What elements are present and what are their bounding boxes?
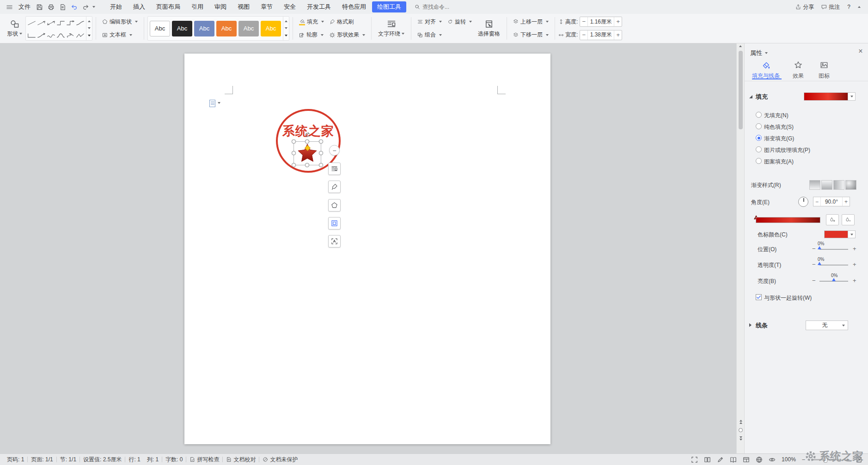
group-button[interactable]: 组合: [415, 29, 445, 41]
status-page-count[interactable]: 页面: 1/1: [28, 456, 56, 464]
tab-review[interactable]: 审阅: [209, 1, 232, 12]
curve-s[interactable]: [47, 33, 55, 38]
next-page-button[interactable]: [740, 436, 742, 441]
selection-handle-s[interactable]: [305, 163, 309, 167]
fill-preview-swatch[interactable]: [804, 92, 848, 101]
tab-home[interactable]: 开始: [105, 1, 127, 12]
gallery-scroll-down-icon[interactable]: [88, 27, 91, 29]
edit-shape-button[interactable]: 编辑形状: [99, 16, 141, 28]
eye-protect-icon[interactable]: [769, 456, 776, 463]
height-decrease-button[interactable]: −: [580, 17, 587, 26]
elbow-connector-2[interactable]: [27, 33, 36, 38]
document-proofread-button[interactable]: 文档校对: [223, 456, 259, 464]
undo-button[interactable]: [68, 1, 80, 12]
section-expand-icon[interactable]: [749, 95, 752, 98]
width-decrease-button[interactable]: −: [580, 30, 587, 40]
status-page-number[interactable]: 页码: 1: [4, 456, 27, 464]
transparency-increase-button[interactable]: +: [853, 261, 856, 268]
no-fill-label[interactable]: 无填充(N): [764, 112, 789, 120]
section-collapse-icon[interactable]: [749, 323, 752, 327]
gradient-style-1-button[interactable]: [809, 180, 820, 190]
scrollbar-thumb[interactable]: [739, 51, 743, 129]
tab-insert[interactable]: 插入: [128, 1, 150, 12]
status-row[interactable]: 行: 1: [125, 456, 143, 464]
selection-handle-e[interactable]: [319, 151, 323, 155]
rotate-handle-icon[interactable]: [304, 132, 311, 138]
height-input[interactable]: [587, 17, 614, 26]
line-style-double-arrow[interactable]: [47, 20, 55, 26]
quick-style-button[interactable]: [328, 181, 341, 193]
selection-pane-button[interactable]: 选择窗格: [475, 15, 503, 42]
text-wrap-button[interactable]: 文字环绕: [375, 15, 408, 42]
gradient-style-4-button[interactable]: [845, 180, 856, 190]
shape-style-preset-3[interactable]: Abc: [194, 21, 214, 36]
gallery-scroll-down-icon[interactable]: [285, 27, 287, 29]
pen-mode-icon[interactable]: [717, 456, 724, 463]
shape-style-preset-5[interactable]: Abc: [238, 21, 259, 36]
status-word-count[interactable]: 字数: 0: [162, 456, 186, 464]
scribble[interactable]: [66, 33, 75, 38]
search-input[interactable]: [422, 4, 478, 10]
text-box-button[interactable]: 文本框: [99, 29, 141, 41]
brightness-increase-button[interactable]: +: [853, 277, 856, 284]
selection-handle-sw[interactable]: [292, 163, 296, 167]
shape-style-preset-6[interactable]: Abc: [261, 21, 281, 36]
bring-forward-button[interactable]: 上移一层: [510, 16, 551, 28]
print-button[interactable]: [45, 1, 57, 12]
shape-style-preset-4[interactable]: Abc: [216, 21, 237, 36]
picture-texture-fill-label[interactable]: 图片或纹理填充(P): [764, 146, 810, 154]
radio-no-fill[interactable]: [756, 112, 762, 118]
document-page[interactable]: 系统之家 −: [184, 54, 550, 444]
solid-fill-label[interactable]: 纯色填充(S): [764, 123, 794, 131]
main-menu-button[interactable]: [4, 1, 15, 12]
file-menu-button[interactable]: 文件: [15, 1, 34, 12]
spell-check-button[interactable]: 拼写检查: [186, 456, 222, 464]
shape-outline-button[interactable]: 轮廓: [296, 29, 327, 41]
page-options-button[interactable]: [209, 100, 220, 107]
fullscreen-icon[interactable]: [691, 456, 698, 463]
web-layout-icon[interactable]: [743, 456, 750, 463]
save-button[interactable]: [34, 1, 45, 12]
tab-drawing-tools[interactable]: 绘图工具: [372, 1, 406, 12]
brightness-slider-thumb[interactable]: [832, 278, 836, 281]
brightness-slider[interactable]: 0%: [819, 281, 848, 282]
selection-handle-n[interactable]: [305, 139, 309, 144]
tab-section[interactable]: 章节: [256, 1, 278, 12]
globe-icon[interactable]: [756, 456, 763, 463]
angle-dial[interactable]: [798, 197, 808, 207]
gallery-scroll-up-icon[interactable]: [285, 20, 287, 22]
gradient-fill-label[interactable]: 渐变填充(G): [764, 135, 794, 143]
gallery-scroll-up-icon[interactable]: [88, 20, 91, 22]
pattern-fill-label[interactable]: 图案填充(A): [764, 158, 794, 166]
tab-security[interactable]: 安全: [279, 1, 301, 12]
status-column[interactable]: 列: 1: [144, 456, 162, 464]
freeform[interactable]: [76, 33, 85, 38]
gradient-style-2-button[interactable]: [821, 180, 832, 190]
elbow-connector-arrow[interactable]: [66, 20, 75, 26]
add-gradient-stop-button[interactable]: [826, 214, 839, 225]
share-button[interactable]: 分享: [795, 3, 814, 11]
line-style-dropdown[interactable]: 无: [806, 320, 848, 330]
gallery-more-icon[interactable]: [88, 35, 91, 36]
width-input[interactable]: [587, 30, 614, 40]
transparency-decrease-button[interactable]: −: [812, 261, 816, 268]
collapse-ribbon-icon[interactable]: [858, 6, 861, 8]
command-search[interactable]: [415, 4, 478, 10]
read-mode-icon[interactable]: [730, 456, 737, 463]
shapes-button[interactable]: 形状: [4, 15, 25, 42]
layout-options-button[interactable]: [328, 163, 341, 175]
align-button[interactable]: 对齐: [415, 16, 445, 28]
help-button[interactable]: ?: [847, 4, 850, 10]
redo-button[interactable]: [80, 1, 98, 12]
curve-connector[interactable]: [76, 20, 85, 26]
tab-special-features[interactable]: 特色应用: [337, 1, 371, 12]
radio-pattern-fill[interactable]: [756, 158, 762, 164]
select-browse-object-button[interactable]: [739, 428, 743, 432]
angle-increase-button[interactable]: +: [843, 199, 850, 205]
brightness-decrease-button[interactable]: −: [812, 277, 816, 284]
tab-view[interactable]: 视图: [232, 1, 255, 12]
multi-page-view-icon[interactable]: [704, 456, 711, 463]
tab-dev-tools[interactable]: 开发工具: [302, 1, 336, 12]
gradient-bar[interactable]: [756, 217, 820, 223]
change-shape-button[interactable]: [328, 199, 341, 211]
